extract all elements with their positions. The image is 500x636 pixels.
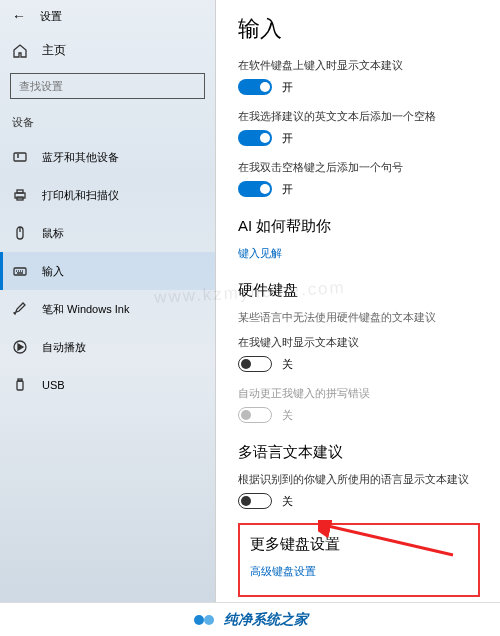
pen-icon xyxy=(12,301,28,317)
back-button[interactable]: ← xyxy=(12,8,26,24)
toggle-state: 关 xyxy=(282,408,293,423)
setting-label: 在我键入时显示文本建议 xyxy=(238,335,480,350)
mouse-icon xyxy=(12,225,28,241)
sidebar-item-label: 笔和 Windows Ink xyxy=(42,302,129,317)
toggle-state: 开 xyxy=(282,131,293,146)
sidebar-item-label: 鼠标 xyxy=(42,226,64,241)
setting-label: 在我选择建议的英文文本后添加一个空格 xyxy=(238,109,480,124)
search-box xyxy=(10,73,205,99)
advanced-keyboard-link[interactable]: 高级键盘设置 xyxy=(250,564,468,579)
setting-label: 自动更正我键入的拼写错误 xyxy=(238,386,480,401)
footer-logo-icon xyxy=(192,608,216,632)
setting-label: 根据识别到的你键入所使用的语言显示文本建议 xyxy=(238,472,480,487)
sidebar-item-typing[interactable]: 输入 xyxy=(0,252,215,290)
footer-text: 纯净系统之家 xyxy=(224,611,308,629)
sidebar-item-label: USB xyxy=(42,379,65,391)
toggle-state: 开 xyxy=(282,182,293,197)
toggle-add-space[interactable] xyxy=(238,130,272,146)
setting-hw-suggestions: 在我键入时显示文本建议 关 xyxy=(238,335,480,372)
main-content: 输入 在软件键盘上键入时显示文本建议 开 在我选择建议的英文文本后添加一个空格 … xyxy=(216,0,500,602)
sidebar-list: 蓝牙和其他设备 打印机和扫描仪 鼠标 输入 笔和 Windows Ink 自动播… xyxy=(0,138,215,404)
typing-insights-link[interactable]: 键入见解 xyxy=(238,246,480,261)
bluetooth-icon xyxy=(12,149,28,165)
toggle-multilang[interactable] xyxy=(238,493,272,509)
toggle-state: 开 xyxy=(282,80,293,95)
more-section-title: 更多键盘设置 xyxy=(250,535,468,554)
sidebar-item-usb[interactable]: USB xyxy=(0,366,215,404)
sidebar-item-label: 输入 xyxy=(42,264,64,279)
multilang-section-title: 多语言文本建议 xyxy=(238,443,480,462)
home-label: 主页 xyxy=(42,42,66,59)
svg-rect-8 xyxy=(17,381,23,390)
sidebar-item-printers[interactable]: 打印机和扫描仪 xyxy=(0,176,215,214)
setting-add-space: 在我选择建议的英文文本后添加一个空格 开 xyxy=(238,109,480,146)
toggle-state: 关 xyxy=(282,494,293,509)
sidebar-item-label: 蓝牙和其他设备 xyxy=(42,150,119,165)
setting-multilang: 根据识别到的你键入所使用的语言显示文本建议 关 xyxy=(238,472,480,509)
ai-section-title: AI 如何帮助你 xyxy=(238,217,480,236)
keyboard-icon xyxy=(12,263,28,279)
home-icon xyxy=(12,43,28,59)
sidebar-header: ← 设置 xyxy=(0,0,215,32)
sidebar: ← 设置 主页 设备 蓝牙和其他设备 打印机和扫描仪 鼠标 xyxy=(0,0,216,602)
svg-rect-2 xyxy=(17,190,23,193)
usb-icon xyxy=(12,377,28,393)
hardware-section-title: 硬件键盘 xyxy=(238,281,480,300)
svg-rect-9 xyxy=(18,379,22,381)
highlight-box: 更多键盘设置 高级键盘设置 xyxy=(238,523,480,597)
sidebar-item-pen[interactable]: 笔和 Windows Ink xyxy=(0,290,215,328)
autoplay-icon xyxy=(12,339,28,355)
sidebar-item-mouse[interactable]: 鼠标 xyxy=(0,214,215,252)
printer-icon xyxy=(12,187,28,203)
sidebar-item-label: 打印机和扫描仪 xyxy=(42,188,119,203)
toggle-softkb-suggestions[interactable] xyxy=(238,79,272,95)
toggle-state: 关 xyxy=(282,357,293,372)
sidebar-home[interactable]: 主页 xyxy=(0,32,215,69)
toggle-hw-autocorrect xyxy=(238,407,272,423)
toggle-hw-suggestions[interactable] xyxy=(238,356,272,372)
setting-softkb-suggestions: 在软件键盘上键入时显示文本建议 开 xyxy=(238,58,480,95)
app-title: 设置 xyxy=(40,9,62,24)
sidebar-item-label: 自动播放 xyxy=(42,340,86,355)
sidebar-item-bluetooth[interactable]: 蓝牙和其他设备 xyxy=(0,138,215,176)
svg-rect-0 xyxy=(14,153,26,161)
footer: 纯净系统之家 xyxy=(0,603,500,636)
svg-point-13 xyxy=(204,615,214,625)
search-input[interactable] xyxy=(10,73,205,99)
setting-label: 在我双击空格键之后添加一个句号 xyxy=(238,160,480,175)
setting-add-period: 在我双击空格键之后添加一个句号 开 xyxy=(238,160,480,197)
hardware-desc: 某些语言中无法使用硬件键盘的文本建议 xyxy=(238,310,480,325)
svg-point-12 xyxy=(194,615,204,625)
setting-label: 在软件键盘上键入时显示文本建议 xyxy=(238,58,480,73)
sidebar-item-autoplay[interactable]: 自动播放 xyxy=(0,328,215,366)
setting-hw-autocorrect: 自动更正我键入的拼写错误 关 xyxy=(238,386,480,423)
section-header: 设备 xyxy=(0,111,215,138)
toggle-add-period[interactable] xyxy=(238,181,272,197)
page-title: 输入 xyxy=(238,14,480,44)
